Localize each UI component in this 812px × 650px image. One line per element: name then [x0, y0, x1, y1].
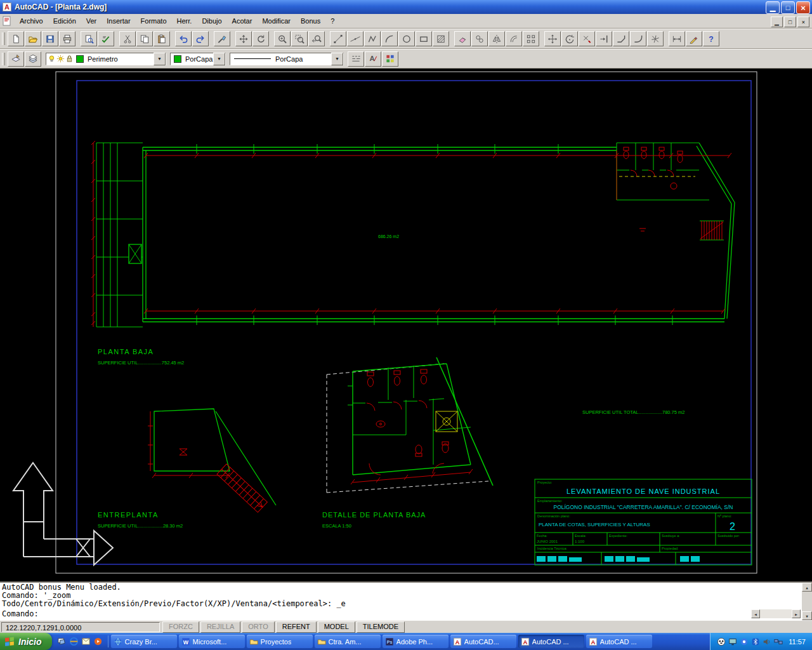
messenger-icon[interactable] [738, 636, 750, 647]
toggle-refent[interactable]: REFENT [276, 621, 317, 633]
dimension-button[interactable] [669, 31, 685, 46]
toolbar-grip[interactable] [2, 32, 5, 45]
command-input-line[interactable]: Comando: [2, 610, 801, 618]
match-properties-button[interactable] [214, 31, 230, 46]
new-button[interactable] [8, 31, 24, 46]
close-button[interactable]: × [796, 1, 810, 14]
properties-button[interactable] [686, 31, 702, 46]
volume-icon[interactable] [761, 636, 773, 647]
menu-item-7[interactable]: Acotar [227, 15, 258, 27]
zoom-window-button[interactable] [291, 31, 308, 46]
menu-item-9[interactable]: Bonus [296, 15, 325, 27]
fillet-button[interactable] [630, 31, 646, 46]
network-icon[interactable] [773, 636, 784, 647]
offset-button[interactable] [506, 31, 522, 46]
bluetooth-icon[interactable] [750, 636, 761, 647]
rotate-button[interactable] [561, 31, 578, 46]
menu-item-10[interactable]: ? [325, 15, 339, 27]
color-dropdown[interactable]: PorCapa ▼ [170, 53, 226, 65]
cut-button[interactable] [119, 31, 136, 46]
color-dropdown-arrow[interactable]: ▼ [213, 53, 225, 65]
taskbar-task-2[interactable]: Proyectos [247, 635, 313, 648]
circle-button[interactable] [398, 31, 415, 46]
toolbar-grip[interactable] [2, 53, 5, 65]
redo-button[interactable] [192, 31, 209, 46]
zoom-realtime-button[interactable] [274, 31, 291, 46]
line-button[interactable] [330, 31, 346, 46]
menu-item-0[interactable]: Archivo [15, 15, 48, 27]
print-button[interactable] [59, 31, 75, 46]
arc-button[interactable] [381, 31, 398, 46]
help-button[interactable]: ? [703, 31, 719, 46]
scroll-down-icon[interactable]: ▼ [802, 611, 812, 620]
menu-item-3[interactable]: Insertar [102, 15, 135, 27]
extend-button[interactable] [596, 31, 612, 46]
toggle-orto[interactable]: ORTO [242, 621, 274, 633]
start-button[interactable]: Inicio [0, 633, 52, 650]
menu-item-5[interactable]: Herr. [172, 15, 197, 27]
scroll-up-icon[interactable]: ▲ [802, 583, 812, 592]
save-button[interactable] [42, 31, 58, 46]
rectangle-button[interactable] [416, 31, 432, 46]
taskbar-task-5[interactable]: AAutoCAD... [450, 635, 516, 648]
mirror-button[interactable] [488, 31, 505, 46]
drawing-area[interactable]: 686.26 m2 PLANTA BAJA SUPERFICIE UTIL...… [0, 69, 812, 581]
scroll-left-icon[interactable]: ◀ [751, 609, 760, 618]
command-horizontal-scrollbar[interactable]: ◀ ▶ [751, 609, 801, 618]
taskbar-task-0[interactable]: Crazy Br... [111, 635, 177, 648]
redraw-button[interactable] [252, 31, 269, 46]
taskbar-task-6[interactable]: AAutoCAD ... [518, 635, 584, 648]
pan-button[interactable] [235, 31, 252, 46]
internet-explorer-button[interactable] [68, 635, 80, 647]
layer-lock-icon[interactable] [65, 55, 74, 63]
display-icon[interactable] [727, 636, 738, 647]
outlook-button[interactable] [80, 635, 92, 647]
copy-clip-button[interactable] [136, 31, 153, 46]
command-window[interactable]: AutoCAD bonus Menu loaded. Comando: '_zo… [0, 581, 812, 620]
menu-item-4[interactable]: Formato [136, 15, 172, 27]
scroll-track[interactable] [760, 609, 792, 618]
chamfer-button[interactable] [613, 31, 629, 46]
minimize-button[interactable]: ▁ [766, 1, 780, 14]
open-button[interactable] [25, 31, 41, 46]
menu-item-1[interactable]: Edición [48, 15, 81, 27]
construction-line-button[interactable] [347, 31, 363, 46]
taskbar-task-3[interactable]: Ctra. Am... [315, 635, 381, 648]
layer-dropdown-arrow[interactable]: ▼ [154, 53, 166, 65]
undo-button[interactable] [175, 31, 192, 46]
object-properties-button[interactable] [382, 51, 398, 67]
linetype-manager-button[interactable] [348, 51, 364, 67]
hatch-button[interactable] [433, 31, 449, 46]
linetype-dropdown-arrow[interactable]: ▼ [331, 53, 343, 65]
layers-button[interactable] [25, 51, 41, 67]
taskbar-task-7[interactable]: AAutoCAD ... [586, 635, 652, 648]
mdi-restore-button[interactable]: □ [784, 17, 796, 27]
explode-button[interactable] [647, 31, 664, 46]
layer-on-bulb-icon[interactable] [48, 55, 56, 63]
restore-button[interactable]: □ [781, 1, 795, 14]
copy-object-button[interactable] [471, 31, 488, 46]
menu-item-2[interactable]: Ver [81, 15, 102, 27]
taskbar-task-4[interactable]: PsAdobe Ph... [383, 635, 449, 648]
zoom-previous-button[interactable] [308, 31, 325, 46]
text-style-button[interactable]: A [365, 51, 381, 67]
scroll-right-icon[interactable]: ▶ [792, 609, 801, 618]
antivirus-icon[interactable] [716, 636, 727, 647]
array-button[interactable] [523, 31, 539, 46]
layer-freeze-sun-icon[interactable] [56, 55, 65, 63]
menu-item-6[interactable]: Dibujo [197, 15, 226, 27]
cad-drawing[interactable]: 686.26 m2 PLANTA BAJA SUPERFICIE UTIL...… [0, 69, 812, 581]
command-vertical-scrollbar[interactable]: ▲ ▼ [802, 583, 812, 620]
polyline-button[interactable] [364, 31, 381, 46]
menu-item-8[interactable]: Modificar [257, 15, 296, 27]
trim-button[interactable] [579, 31, 595, 46]
toggle-model[interactable]: MODEL [318, 621, 355, 633]
toggle-forzc[interactable]: FORZC [162, 621, 199, 633]
paste-button[interactable] [154, 31, 170, 46]
toggle-rejilla[interactable]: REJILLA [200, 621, 240, 633]
erase-button[interactable] [454, 31, 471, 46]
mdi-minimize-button[interactable]: ▁ [771, 17, 783, 27]
toggle-tilemode[interactable]: TILEMODE [357, 621, 405, 633]
spelling-button[interactable] [98, 31, 114, 46]
print-preview-button[interactable] [81, 31, 97, 46]
